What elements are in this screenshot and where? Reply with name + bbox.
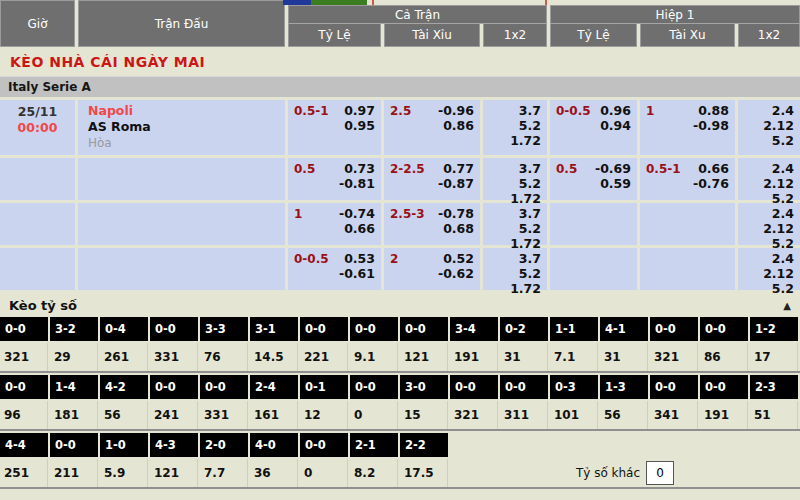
other-score-input[interactable] bbox=[646, 461, 674, 485]
handicap-line: 2 bbox=[390, 252, 398, 266]
score-odds[interactable]: 211 bbox=[50, 459, 98, 487]
score-odds[interactable]: 15 bbox=[400, 401, 448, 429]
odds-value[interactable]: -0.74 bbox=[294, 206, 375, 221]
score-odds[interactable]: 191 bbox=[450, 343, 498, 371]
page-title: KÈO NHÀ CÁI NGÀY MAI bbox=[0, 47, 800, 76]
1x2-odds-value[interactable]: 2.12 bbox=[744, 266, 794, 281]
1x2-odds-value[interactable]: 5.2 bbox=[489, 118, 541, 133]
score-odds[interactable]: 17 bbox=[750, 343, 798, 371]
odds-value[interactable]: 0.52 bbox=[390, 251, 474, 266]
score-odds[interactable]: 36 bbox=[250, 459, 298, 487]
score-odds[interactable]: 9.1 bbox=[350, 343, 398, 371]
1x2-odds-value[interactable]: 5.2 bbox=[489, 221, 541, 236]
odds-value[interactable]: 0.94 bbox=[556, 118, 631, 133]
score-odds[interactable]: 7.7 bbox=[200, 459, 248, 487]
odds-value[interactable]: -0.61 bbox=[294, 266, 375, 281]
score-odds[interactable]: 29 bbox=[50, 343, 98, 371]
score-odds[interactable]: 8.2 bbox=[350, 459, 398, 487]
header-time-col: Giờ bbox=[0, 0, 75, 47]
odds-value[interactable]: -0.81 bbox=[294, 176, 375, 191]
score-label: 4-2 bbox=[100, 375, 148, 399]
1x2-odds-value[interactable]: 3.7 bbox=[489, 206, 541, 221]
h1-handicap-cell: 0.5-0.690.59 bbox=[550, 158, 637, 200]
odds-value[interactable]: -0.76 bbox=[646, 176, 729, 191]
1x2-odds-value[interactable]: 2.4 bbox=[744, 206, 794, 221]
score-odds[interactable]: 321 bbox=[450, 401, 498, 429]
score-odds[interactable]: 331 bbox=[200, 401, 248, 429]
1x2-odds-value[interactable]: 3.7 bbox=[489, 103, 541, 118]
1x2-odds-value[interactable]: 3.7 bbox=[489, 161, 541, 176]
score-label: 0-0 bbox=[350, 375, 398, 399]
score-odds[interactable]: 251 bbox=[0, 459, 48, 487]
score-label: 0-0 bbox=[0, 375, 48, 399]
score-odds[interactable]: 5.9 bbox=[100, 459, 148, 487]
ft-1x2-cell: 3.75.21.72 bbox=[483, 100, 547, 155]
1x2-odds-value[interactable]: 2.4 bbox=[744, 103, 794, 118]
score-odds[interactable]: 56 bbox=[600, 401, 648, 429]
odds-value[interactable]: 0.68 bbox=[390, 221, 474, 236]
1x2-odds-value[interactable]: 5.2 bbox=[489, 176, 541, 191]
score-odds[interactable]: 311 bbox=[500, 401, 548, 429]
score-odds[interactable]: 56 bbox=[100, 401, 148, 429]
score-odds[interactable]: 341 bbox=[650, 401, 698, 429]
odds-value[interactable]: 0.86 bbox=[390, 118, 474, 133]
odds-value[interactable]: -0.98 bbox=[646, 118, 729, 133]
score-odds[interactable]: 261 bbox=[100, 343, 148, 371]
home-team[interactable]: Napoli bbox=[88, 103, 285, 119]
odds-row: 1-0.740.662.5-3-0.780.683.75.21.722.42.1… bbox=[0, 203, 800, 245]
score-odds[interactable]: 161 bbox=[250, 401, 298, 429]
odds-value[interactable]: -0.87 bbox=[390, 176, 474, 191]
h1-1x2-cell: 2.42.125.2 bbox=[738, 158, 800, 200]
score-odds[interactable]: 321 bbox=[650, 343, 698, 371]
score-odds[interactable]: 31 bbox=[600, 343, 648, 371]
top-strip-red-line bbox=[372, 0, 374, 5]
odds-value[interactable]: -0.62 bbox=[390, 266, 474, 281]
score-odds[interactable]: 96 bbox=[0, 401, 48, 429]
score-label: 0-0 bbox=[700, 375, 748, 399]
odds-value[interactable]: 0.88 bbox=[646, 103, 729, 118]
score-odds[interactable]: 121 bbox=[400, 343, 448, 371]
score-odds[interactable]: 321 bbox=[0, 343, 48, 371]
score-odds[interactable]: 191 bbox=[700, 401, 748, 429]
ft-1x2-cell: 3.75.21.72 bbox=[483, 203, 547, 245]
score-label: 0-0 bbox=[500, 375, 548, 399]
odds-value[interactable]: 0.66 bbox=[294, 221, 375, 236]
1x2-odds-value[interactable]: 2.12 bbox=[744, 176, 794, 191]
odds-value[interactable]: 0.95 bbox=[294, 118, 375, 133]
odds-value[interactable]: 0.59 bbox=[556, 176, 631, 191]
score-odds[interactable]: 0 bbox=[300, 459, 348, 487]
header-sub-col: 1x2 bbox=[738, 24, 800, 47]
score-odds[interactable]: 31 bbox=[500, 343, 548, 371]
score-odds-row: 321292613317614.52219.1121191317.1313218… bbox=[0, 343, 800, 373]
1x2-odds-value[interactable]: 5.2 bbox=[744, 281, 794, 296]
score-odds[interactable]: 241 bbox=[150, 401, 198, 429]
score-label: 0-0 bbox=[200, 375, 248, 399]
1x2-odds-value[interactable]: 2.4 bbox=[744, 251, 794, 266]
1x2-odds-value[interactable]: 1.72 bbox=[489, 133, 541, 148]
score-odds[interactable]: 331 bbox=[150, 343, 198, 371]
ft-handicap-cell: 0.5-10.970.95 bbox=[288, 100, 381, 155]
1x2-odds-value[interactable]: 5.2 bbox=[744, 133, 794, 148]
score-odds[interactable]: 51 bbox=[750, 401, 798, 429]
score-odds[interactable]: 17.5 bbox=[400, 459, 448, 487]
handicap-line: 0.5-1 bbox=[294, 104, 329, 118]
1x2-odds-value[interactable]: 2.12 bbox=[744, 118, 794, 133]
betting-odds-page: Giờ Trận Đấu Cả Trận Hiệp 1 Tỷ LệTài Xỉu… bbox=[0, 0, 800, 500]
score-odds[interactable]: 221 bbox=[300, 343, 348, 371]
score-odds[interactable]: 12 bbox=[300, 401, 348, 429]
1x2-odds-value[interactable]: 3.7 bbox=[489, 251, 541, 266]
score-odds[interactable]: 121 bbox=[150, 459, 198, 487]
1x2-odds-value[interactable]: 1.72 bbox=[489, 281, 541, 296]
score-odds[interactable]: 14.5 bbox=[250, 343, 298, 371]
away-team[interactable]: AS Roma bbox=[88, 119, 285, 135]
score-odds[interactable]: 181 bbox=[50, 401, 98, 429]
score-odds[interactable]: 101 bbox=[550, 401, 598, 429]
1x2-odds-value[interactable]: 2.4 bbox=[744, 161, 794, 176]
1x2-odds-value[interactable]: 2.12 bbox=[744, 221, 794, 236]
score-odds[interactable]: 7.1 bbox=[550, 343, 598, 371]
score-odds[interactable]: 86 bbox=[700, 343, 748, 371]
collapse-arrow-icon[interactable]: ▲ bbox=[783, 300, 791, 311]
1x2-odds-value[interactable]: 5.2 bbox=[489, 266, 541, 281]
score-odds[interactable]: 0 bbox=[350, 401, 398, 429]
score-odds[interactable]: 76 bbox=[200, 343, 248, 371]
